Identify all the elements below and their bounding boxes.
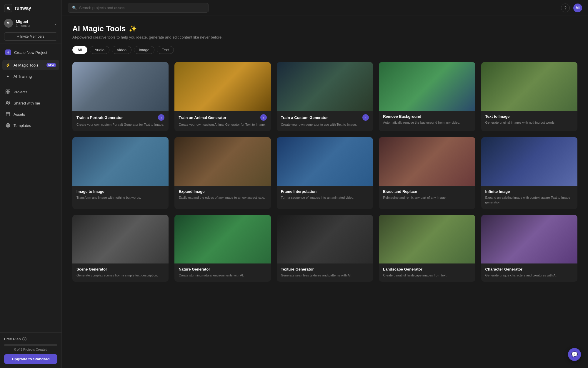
search-icon: 🔍 [72, 6, 77, 10]
tool-name-erase-and-replace: Erase and Replace [383, 189, 417, 194]
tool-desc-animal-generator: Create your own custom Animal Generator … [179, 122, 266, 127]
tool-thumbnail-tool-13 [277, 215, 373, 263]
ai-magic-tools-label: AI Magic Tools [14, 63, 44, 67]
filter-video[interactable]: Video [112, 46, 131, 54]
sidebar-item-shared-with-me[interactable]: Shared with me [2, 98, 59, 108]
assets-icon [5, 112, 11, 117]
page-title-row: AI Magic Tools ✨ [72, 24, 577, 33]
tool-desc-image-to-image: Transform any image with nothing but wor… [76, 195, 164, 200]
search-box[interactable]: 🔍 Search projects and assets [68, 3, 209, 13]
svg-point-6 [6, 102, 8, 103]
tool-thumbnail-tool-12 [174, 215, 271, 263]
tool-thumbnail-tool-15 [481, 215, 577, 263]
info-icon[interactable]: i [22, 337, 26, 341]
tool-thumbnail-text-to-image [481, 62, 577, 111]
tool-card-tool-11[interactable]: Scene GeneratorGenerate complex scenes f… [72, 215, 169, 282]
tool-card-infinite-image[interactable]: Infinite ImageExpand an existing image w… [481, 137, 577, 209]
tool-card-tool-13[interactable]: Texture GeneratorGenerate seamless textu… [277, 215, 373, 282]
tool-thumbnail-image-to-image [72, 137, 169, 186]
magic-icon: ⚡ [5, 62, 11, 68]
topbar: 🔍 Search projects and assets ? Mi [62, 0, 588, 16]
tool-card-erase-and-replace[interactable]: Erase and ReplaceReimagine and remix any… [379, 137, 475, 209]
filter-image[interactable]: Image [134, 46, 154, 54]
tool-desc-tool-15: Generate unique characters and creatures… [485, 273, 573, 278]
tool-desc-portrait-generator: Create your own custom Portrait Generato… [76, 122, 164, 127]
tool-thumbnail-custom-generator [277, 62, 373, 111]
tool-card-image-to-image[interactable]: Image to ImageTransform any image with n… [72, 137, 169, 209]
tool-card-animal-generator[interactable]: Train an Animal Generator↑Create your ow… [174, 62, 271, 131]
svg-rect-5 [8, 92, 10, 94]
tool-badge-portrait-generator: ↑ [158, 114, 164, 121]
invite-members-button[interactable]: + Invite Members [4, 32, 57, 41]
filter-tabs: All Audio Video Image Text [72, 46, 577, 54]
tool-desc-tool-11: Generate complex scenes from a simple te… [76, 273, 164, 278]
tool-name-portrait-generator: Train a Portrait Generator [76, 115, 123, 120]
chat-bubble[interactable]: 💬 [568, 348, 581, 361]
tool-info-erase-and-replace: Erase and ReplaceReimagine and remix any… [379, 186, 475, 204]
topbar-user-avatar[interactable]: Mi [573, 4, 582, 12]
tool-name-tool-13: Texture Generator [281, 267, 314, 271]
tool-desc-tool-12: Create stunning natural environments wit… [179, 273, 266, 278]
user-info: Miguel 1 member [16, 19, 51, 27]
tool-thumbnail-erase-and-replace [379, 137, 475, 186]
tool-name-animal-generator: Train an Animal Generator [179, 115, 226, 120]
tool-info-tool-14: Landscape GeneratorCreate beautiful land… [379, 263, 475, 282]
new-badge: New [46, 63, 56, 67]
help-button[interactable]: ? [561, 4, 570, 12]
user-row[interactable]: Mi Miguel 1 member ⌄ [4, 16, 57, 30]
tool-desc-tool-14: Create beautiful landscape images from t… [383, 273, 471, 278]
tool-desc-text-to-image: Generate original images with nothing bu… [485, 120, 573, 125]
tool-name-infinite-image: Infinite Image [485, 189, 510, 194]
tool-desc-expand-image: Easily expand the edges of any image to … [179, 195, 266, 200]
tool-card-custom-generator[interactable]: Train a Custom Generator↑Create your own… [277, 62, 373, 131]
shared-icon [5, 100, 11, 106]
tool-desc-erase-and-replace: Reimagine and remix any part of any imag… [383, 195, 471, 200]
tool-name-expand-image: Expand Image [179, 189, 204, 194]
user-avatar: Mi [4, 19, 13, 28]
plan-label: Free Plan i [4, 337, 57, 341]
tool-info-frame-interpolation: Frame InterpolationTurn a sequence of im… [277, 186, 373, 204]
sidebar-item-create-project[interactable]: + Create New Project [2, 47, 59, 58]
tool-thumbnail-expand-image [174, 137, 271, 186]
tool-card-portrait-generator[interactable]: Train a Portrait Generator↑Create your o… [72, 62, 169, 131]
filter-all[interactable]: All [72, 46, 87, 54]
tool-thumbnail-infinite-image [481, 137, 577, 186]
sidebar-item-assets[interactable]: Assets [2, 109, 59, 120]
upgrade-button[interactable]: Upgrade to Standard [4, 354, 57, 364]
tool-info-image-to-image: Image to ImageTransform any image with n… [72, 186, 169, 204]
sidebar-item-templates[interactable]: Templates [2, 120, 59, 131]
tool-info-animal-generator: Train an Animal Generator↑Create your ow… [174, 111, 271, 131]
tool-name-custom-generator: Train a Custom Generator [281, 115, 328, 120]
tool-desc-custom-generator: Create your own generator to use with Te… [281, 122, 369, 127]
sidebar-header: runway Mi Miguel 1 member ⌄ + Invite Mem… [0, 0, 61, 44]
tool-card-frame-interpolation[interactable]: Frame InterpolationTurn a sequence of im… [277, 137, 373, 209]
logo-icon [4, 4, 12, 12]
tool-card-expand-image[interactable]: Expand ImageEasily expand the edges of a… [174, 137, 271, 209]
tool-card-text-to-image[interactable]: Text to ImageGenerate original images wi… [481, 62, 577, 131]
plan-text: Free Plan [4, 337, 21, 341]
logo-row: runway [4, 4, 57, 12]
shared-with-me-label: Shared with me [14, 101, 56, 105]
search-placeholder: Search projects and assets [79, 6, 125, 10]
templates-label: Templates [14, 123, 56, 128]
tool-name-tool-15: Character Generator [485, 267, 522, 271]
page-subtitle: AI-powered creative tools to help you id… [72, 35, 577, 39]
tool-name-frame-interpolation: Frame Interpolation [281, 189, 317, 194]
sidebar-item-projects[interactable]: Projects [2, 87, 59, 97]
filter-audio[interactable]: Audio [90, 46, 109, 54]
tool-name-text-to-image: Text to Image [485, 114, 510, 119]
tool-thumbnail-tool-11 [72, 215, 169, 263]
logo-text: runway [15, 6, 31, 11]
sidebar-nav: + Create New Project ⚡ AI Magic Tools Ne… [0, 44, 61, 332]
tool-card-remove-background[interactable]: Remove BackgroundAutomatically remove th… [379, 62, 475, 131]
tool-card-tool-12[interactable]: Nature GeneratorCreate stunning natural … [174, 215, 271, 282]
tool-card-tool-14[interactable]: Landscape GeneratorCreate beautiful land… [379, 215, 475, 282]
sidebar-item-ai-training[interactable]: ✦ AI Training [2, 71, 59, 82]
filter-text[interactable]: Text [157, 46, 174, 54]
tool-info-expand-image: Expand ImageEasily expand the edges of a… [174, 186, 271, 204]
tool-name-tool-11: Scene Generator [76, 267, 107, 271]
tool-card-tool-15[interactable]: Character GeneratorGenerate unique chara… [481, 215, 577, 282]
page-content: AI Magic Tools ✨ AI-powered creative too… [62, 16, 588, 368]
sidebar-item-ai-magic-tools[interactable]: ⚡ AI Magic Tools New [2, 60, 59, 70]
tool-name-tool-14: Landscape Generator [383, 267, 422, 271]
